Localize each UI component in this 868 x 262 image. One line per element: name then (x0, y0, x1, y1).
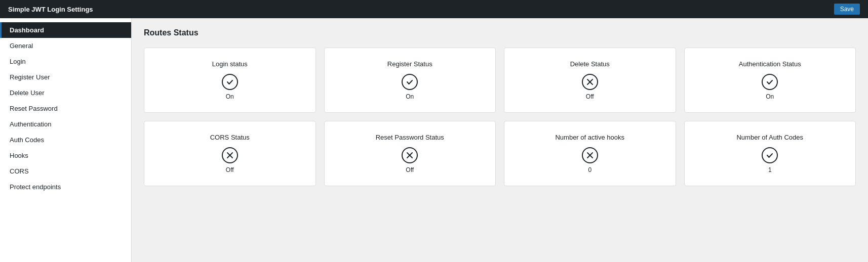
card-status-delete-status: Off (586, 93, 594, 100)
sidebar: DashboardGeneralLoginRegister UserDelete… (0, 18, 132, 262)
card-status-login-status: On (226, 93, 234, 100)
card-title-active-hooks: Number of active hooks (555, 134, 624, 141)
x-circle-icon (582, 74, 598, 90)
cards-grid: Login statusOnRegister StatusOnDelete St… (144, 48, 856, 186)
main-layout: DashboardGeneralLoginRegister UserDelete… (0, 18, 868, 262)
save-button[interactable]: Save (834, 4, 860, 15)
x-circle-icon (582, 147, 598, 163)
sidebar-item-login[interactable]: Login (0, 54, 131, 69)
card-title-reset-password-status: Reset Password Status (376, 134, 444, 141)
sidebar-item-general[interactable]: General (0, 38, 131, 54)
x-circle-icon (402, 147, 418, 163)
card-status-reset-password-status: Off (406, 166, 414, 173)
app-title: Simple JWT Login Settings (8, 6, 93, 13)
main-content: Routes Status Login statusOnRegister Sta… (132, 18, 868, 262)
card-delete-status: Delete StatusOff (504, 48, 676, 113)
sidebar-item-delete-user[interactable]: Delete User (0, 85, 131, 101)
card-title-login-status: Login status (212, 60, 248, 68)
sidebar-item-reset-password[interactable]: Reset Password (0, 101, 131, 116)
sidebar-item-protect-endpoints[interactable]: Protect endpoints (0, 179, 131, 195)
check-circle-icon (762, 147, 778, 163)
card-status-register-status: On (406, 93, 414, 100)
check-circle-icon (762, 74, 778, 90)
x-circle-icon (222, 147, 238, 163)
card-title-auth-codes-count: Number of Auth Codes (736, 134, 803, 141)
sidebar-item-authentication[interactable]: Authentication (0, 116, 131, 132)
sidebar-item-dashboard[interactable]: Dashboard (0, 22, 131, 38)
card-login-status: Login statusOn (144, 48, 316, 113)
section-title: Routes Status (144, 28, 856, 37)
card-title-cors-status: CORS Status (210, 134, 250, 141)
sidebar-item-hooks[interactable]: Hooks (0, 148, 131, 163)
card-status-authentication-status: On (766, 93, 774, 100)
card-status-cors-status: Off (226, 166, 234, 173)
top-bar: Simple JWT Login Settings Save (0, 0, 868, 18)
sidebar-item-auth-codes[interactable]: Auth Codes (0, 132, 131, 148)
card-authentication-status: Authentication StatusOn (684, 48, 856, 113)
card-title-delete-status: Delete Status (570, 60, 610, 68)
check-circle-icon (222, 74, 238, 90)
card-active-hooks: Number of active hooks0 (504, 121, 676, 186)
sidebar-item-cors[interactable]: CORS (0, 163, 131, 179)
card-status-active-hooks: 0 (588, 166, 591, 173)
sidebar-item-register-user[interactable]: Register User (0, 69, 131, 85)
card-auth-codes-count: Number of Auth Codes1 (684, 121, 856, 186)
card-reset-password-status: Reset Password StatusOff (324, 121, 496, 186)
card-status-auth-codes-count: 1 (768, 166, 772, 173)
check-circle-icon (402, 74, 418, 90)
card-register-status: Register StatusOn (324, 48, 496, 113)
card-cors-status: CORS StatusOff (144, 121, 316, 186)
card-title-register-status: Register Status (387, 60, 432, 68)
card-title-authentication-status: Authentication Status (739, 60, 801, 68)
